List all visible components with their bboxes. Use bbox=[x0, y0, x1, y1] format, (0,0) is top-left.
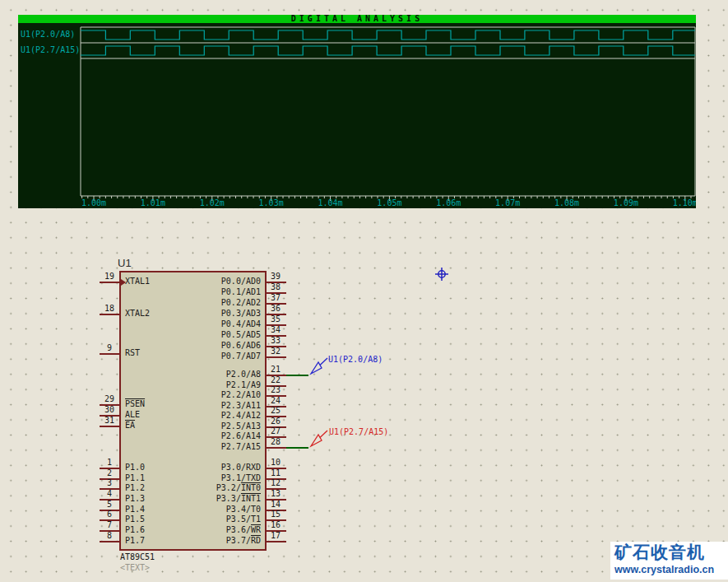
plot-frame bbox=[81, 27, 695, 196]
chip-pin-number: 29 bbox=[98, 395, 121, 403]
chip-pin-number: 23 bbox=[264, 386, 287, 394]
chip-pin-name[interactable]: P3.2/INT0 bbox=[179, 483, 261, 492]
chip-pin-name[interactable]: P2.5/A13 bbox=[179, 421, 261, 431]
x-tick-label: 1.00m bbox=[81, 198, 106, 207]
schematic-canvas: DIGITAL ANALYSIS U1(P2.0/A8) U1(P2.7/A15… bbox=[0, 0, 728, 582]
chip-pin-line[interactable] bbox=[265, 356, 286, 358]
probe-label-p2-0[interactable]: U1(P2.0/A8) bbox=[328, 356, 383, 364]
chip-pin-name[interactable]: P2.1/A9 bbox=[179, 380, 261, 389]
chip-pin-name[interactable]: P0.6/AD6 bbox=[179, 341, 261, 350]
x-tick-label: 1.06m bbox=[436, 198, 461, 207]
chip-pin-number: 39 bbox=[264, 272, 287, 281]
x-tick-label: 1.04m bbox=[318, 198, 342, 207]
x-tick-label: 1.08m bbox=[554, 198, 579, 207]
x-tick-label: 1.09m bbox=[614, 198, 638, 207]
chip-pin-number: 2 bbox=[98, 469, 121, 477]
chip-pin-number: 24 bbox=[264, 397, 287, 405]
x-tick-label: 1.02m bbox=[200, 198, 225, 207]
chip-pin-name[interactable]: P0.3/AD3 bbox=[179, 309, 261, 318]
chip-pin-name[interactable]: P0.0/AD0 bbox=[179, 277, 261, 286]
chip-pin-name[interactable]: P0.5/AD5 bbox=[179, 330, 261, 339]
chip-pin-number: 11 bbox=[264, 469, 287, 477]
chip-pin-name[interactable]: P3.3/INT1 bbox=[179, 494, 261, 503]
chip-pin-number: 38 bbox=[264, 283, 287, 291]
chip-pin-number: 4 bbox=[98, 490, 121, 498]
chip-pin-number: 16 bbox=[264, 521, 287, 529]
chip-pin-number: 14 bbox=[264, 501, 287, 509]
x-tick-label: 1.05m bbox=[377, 198, 401, 207]
waveform-trace[interactable] bbox=[81, 46, 695, 55]
chip-pin-number: 30 bbox=[98, 406, 121, 414]
watermark-url: www.crystalradio.cn bbox=[614, 564, 714, 576]
chip-pin-name[interactable]: P2.6/A14 bbox=[179, 431, 261, 440]
chip-pin-line[interactable] bbox=[100, 314, 121, 315]
chip-pin-number: 18 bbox=[98, 305, 121, 313]
watermark-title: 矿石收音机 bbox=[614, 542, 705, 562]
chip-value-label: AT89C51 bbox=[120, 552, 155, 561]
x-tick-label: 1.07m bbox=[495, 198, 520, 207]
chip-pin-name[interactable]: P2.7/A15 bbox=[179, 442, 261, 451]
chip-pin-name[interactable]: P3.5/T1 bbox=[179, 514, 261, 524]
voltage-probe-p2-7-icon[interactable] bbox=[304, 425, 331, 451]
chip-pin-number: 15 bbox=[264, 510, 287, 519]
chip-pin-line[interactable] bbox=[100, 426, 121, 427]
chip-pin-number: 21 bbox=[264, 365, 287, 374]
chip-pin-line[interactable] bbox=[265, 447, 286, 449]
chip-pin-name[interactable]: P2.0/A8 bbox=[179, 370, 261, 379]
chip-pin-number: 35 bbox=[264, 315, 287, 324]
chip-pin-name[interactable]: P0.4/AD4 bbox=[179, 319, 261, 328]
timing-plot-area[interactable]: 1.00m1.01m1.02m1.03m1.04m1.05m1.06m1.07m… bbox=[18, 23, 696, 208]
watermark: 矿石收音机 www.crystalradio.cn bbox=[610, 542, 728, 580]
chip-pin-name[interactable]: P3.7/RD bbox=[179, 536, 261, 545]
chip-pin-number: 33 bbox=[264, 337, 287, 345]
chip-pin-number: 37 bbox=[264, 294, 287, 302]
chip-pin-number: 26 bbox=[264, 417, 287, 426]
origin-marker-icon bbox=[434, 267, 449, 282]
chip-pin-number: 34 bbox=[264, 326, 287, 334]
chip-pin-name[interactable]: P3.4/T0 bbox=[179, 505, 261, 514]
chip-pin-name[interactable]: P0.7/AD7 bbox=[179, 352, 261, 361]
chip-text-placeholder: <TEXT> bbox=[120, 563, 150, 572]
x-tick-label: 1.03m bbox=[259, 198, 284, 207]
chip-pin-number: 6 bbox=[98, 510, 121, 519]
x-tick-label: 1.10m bbox=[673, 198, 696, 207]
chip-pin-name[interactable]: P2.4/A12 bbox=[179, 411, 261, 420]
waveform-trace[interactable] bbox=[81, 30, 695, 40]
chip-pin-number: 8 bbox=[98, 532, 121, 540]
digital-analysis-window[interactable]: DIGITAL ANALYSIS U1(P2.0/A8) U1(P2.7/A15… bbox=[18, 15, 696, 208]
chip-pin-line[interactable] bbox=[100, 282, 121, 283]
probe-label-p2-7[interactable]: U1(P2.7/A15) bbox=[329, 428, 388, 436]
chip-pin-number: 5 bbox=[98, 501, 121, 509]
chip-pin-number: 9 bbox=[98, 344, 121, 352]
chip-pin-line[interactable] bbox=[100, 353, 121, 355]
chip-pin-number: 13 bbox=[264, 490, 287, 498]
chip-pin-number: 25 bbox=[264, 407, 287, 415]
chip-pin-number: 32 bbox=[264, 347, 287, 356]
x-tick-label: 1.01m bbox=[141, 198, 165, 207]
chip-pin-number: 22 bbox=[264, 376, 287, 384]
chip-pin-number: 10 bbox=[264, 459, 287, 467]
chip-pin-name[interactable]: P2.2/A10 bbox=[179, 390, 261, 399]
chip-pin-number: 3 bbox=[98, 479, 121, 487]
chip-pin-name[interactable]: P3.1/TXD bbox=[179, 473, 261, 482]
chip-pin-number: 12 bbox=[264, 479, 287, 487]
x-axis-tick-labels: 1.00m1.01m1.02m1.03m1.04m1.05m1.06m1.07m… bbox=[81, 198, 696, 207]
chip-pin-name[interactable]: P0.1/AD1 bbox=[179, 287, 261, 296]
chip-pin-number: 27 bbox=[264, 427, 287, 435]
chip-reference-label: U1 bbox=[118, 258, 132, 269]
chip-pin-number: 31 bbox=[98, 417, 121, 425]
chip-pin-number: 36 bbox=[264, 305, 287, 313]
voltage-probe-p2-0-icon[interactable] bbox=[304, 352, 331, 379]
chip-pin-number: 28 bbox=[264, 438, 287, 446]
chip-pin-name[interactable]: P0.2/AD2 bbox=[179, 298, 261, 307]
chip-pin-number: 7 bbox=[98, 521, 121, 529]
chip-pin-line[interactable] bbox=[100, 541, 121, 542]
chip-pin-number: 1 bbox=[98, 459, 121, 467]
chip-pin-name[interactable]: P3.0/RXD bbox=[179, 463, 261, 472]
graph-title-bar[interactable]: DIGITAL ANALYSIS bbox=[18, 15, 696, 23]
chip-pin-name[interactable]: P2.3/A11 bbox=[179, 401, 261, 410]
chip-pin-number: 17 bbox=[264, 532, 287, 540]
chip-pin-line[interactable] bbox=[265, 541, 286, 542]
chip-pin-name[interactable]: P3.6/WR bbox=[179, 525, 261, 534]
chip-pin-number: 19 bbox=[98, 272, 121, 281]
